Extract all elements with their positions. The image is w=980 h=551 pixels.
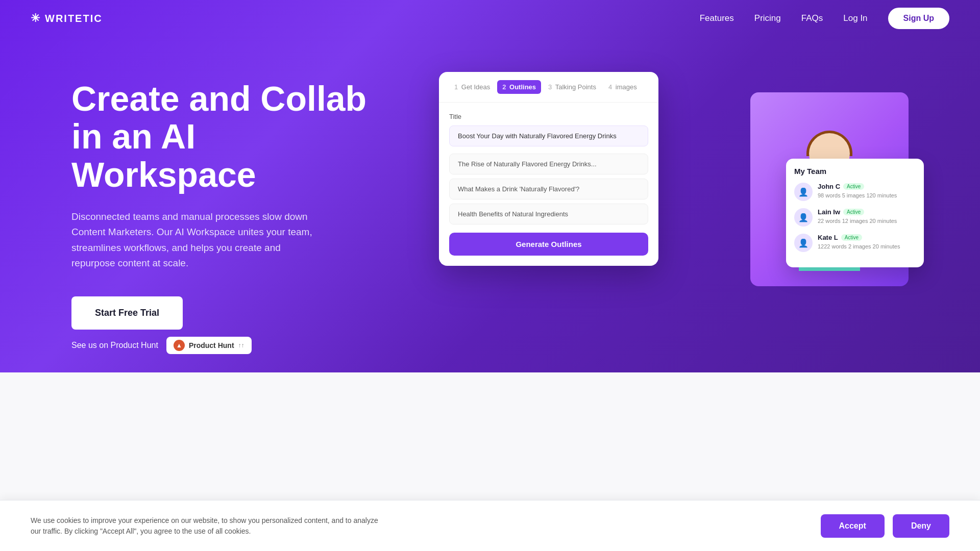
member-stats-1: 98 words 5 images 120 minutes: [818, 192, 916, 198]
member-name-1: John C: [818, 183, 840, 190]
product-hunt-label: See us on Product Hunt: [71, 341, 158, 350]
member-avatar-1: 👤: [794, 183, 813, 201]
hero-title-line1: Create and Collab: [71, 79, 366, 118]
tab-get-ideas[interactable]: 1 Get Ideas: [449, 80, 495, 94]
navigation: ✳ WRITETIC Features Pricing FAQs Log In …: [0, 0, 980, 37]
member-stats-2: 22 words 12 images 20 minutes: [818, 218, 916, 224]
cookie-text: We use cookies to improve your experienc…: [31, 515, 388, 537]
hero-ui-mockup: 1 Get Ideas 2 Outlines 3 Talking Points …: [419, 57, 909, 353]
brand-name: WRITETIC: [45, 13, 103, 24]
tab-talking-points[interactable]: 3 Talking Points: [543, 80, 601, 94]
card-option-1[interactable]: The Rise of Naturally Flavored Energy Dr…: [449, 154, 648, 174]
product-hunt-badge-text: Product Hunt: [189, 341, 234, 349]
member-name-row-2: Lain Iw Active: [818, 208, 916, 216]
team-member-2: 👤 Lain Iw Active 22 words 12 images 20 m…: [794, 208, 916, 227]
hero-title-line2: in an AI Workspace: [71, 117, 256, 194]
team-card: My Team 👤 John C Active 98 words 5 image…: [786, 159, 924, 267]
card-option-3[interactable]: Health Benefits of Natural Ingredients: [449, 204, 648, 224]
member-info-1: John C Active 98 words 5 images 120 minu…: [818, 183, 916, 198]
team-card-title: My Team: [794, 167, 916, 176]
team-member-3: 👤 Kate L Active 1222 words 2 images 20 m…: [794, 234, 916, 252]
logo-icon: ✳: [31, 12, 41, 25]
card-option-2[interactable]: What Makes a Drink 'Naturally Flavored'?: [449, 179, 648, 199]
product-hunt-score: ↑↑: [238, 342, 244, 349]
member-avatar-2: 👤: [794, 208, 813, 227]
member-badge-1: Active: [843, 183, 864, 190]
member-name-row-3: Kate L Active: [818, 234, 916, 241]
nav-links: Features Pricing FAQs Log In Sign Up: [700, 8, 949, 29]
member-name-2: Lain Iw: [818, 208, 840, 216]
signup-button[interactable]: Sign Up: [888, 8, 949, 29]
product-hunt-icon: ▲: [174, 340, 185, 351]
product-hunt-badge[interactable]: ▲ Product Hunt ↑↑: [166, 337, 252, 354]
tab-images[interactable]: 4 images: [603, 80, 642, 94]
member-stats-3: 1222 words 2 images 20 minutes: [818, 243, 916, 249]
workflow-card: 1 Get Ideas 2 Outlines 3 Talking Points …: [439, 72, 658, 266]
cookie-buttons: Accept Deny: [821, 514, 949, 538]
team-member-1: 👤 John C Active 98 words 5 images 120 mi…: [794, 183, 916, 201]
start-free-trial-button[interactable]: Start Free Trial: [71, 296, 183, 330]
member-info-3: Kate L Active 1222 words 2 images 20 min…: [818, 234, 916, 249]
card-title-input[interactable]: Boost Your Day with Naturally Flavored E…: [449, 126, 648, 146]
hero-section: Create and Collab in an AI Workspace Dis…: [0, 37, 980, 372]
nav-features[interactable]: Features: [700, 13, 734, 23]
member-name-3: Kate L: [818, 234, 838, 241]
product-hunt-row: See us on Product Hunt ▲ Product Hunt ↑↑: [71, 337, 252, 354]
card-body: Title Boost Your Day with Naturally Flav…: [439, 103, 658, 266]
card-title-label: Title: [449, 113, 648, 120]
cookie-banner: We use cookies to improve your experienc…: [0, 500, 980, 551]
generate-outlines-button[interactable]: Generate Outlines: [449, 233, 648, 256]
nav-pricing[interactable]: Pricing: [754, 13, 781, 23]
hero-subtitle: Disconnected teams and manual processes …: [71, 209, 327, 271]
member-badge-2: Active: [843, 209, 864, 215]
member-name-row-1: John C Active: [818, 183, 916, 190]
nav-faqs[interactable]: FAQs: [801, 13, 823, 23]
brand-logo[interactable]: ✳ WRITETIC: [31, 12, 103, 25]
card-tabs: 1 Get Ideas 2 Outlines 3 Talking Points …: [439, 72, 658, 103]
login-button[interactable]: Log In: [843, 13, 867, 23]
member-avatar-3: 👤: [794, 234, 813, 252]
hero-title: Create and Collab in an AI Workspace: [71, 80, 378, 194]
member-badge-3: Active: [841, 234, 862, 241]
hero-left: Create and Collab in an AI Workspace Dis…: [71, 80, 378, 330]
member-info-2: Lain Iw Active 22 words 12 images 20 min…: [818, 208, 916, 224]
tab-outlines[interactable]: 2 Outlines: [497, 80, 541, 94]
cookie-deny-button[interactable]: Deny: [893, 514, 949, 538]
cookie-accept-button[interactable]: Accept: [821, 514, 885, 538]
